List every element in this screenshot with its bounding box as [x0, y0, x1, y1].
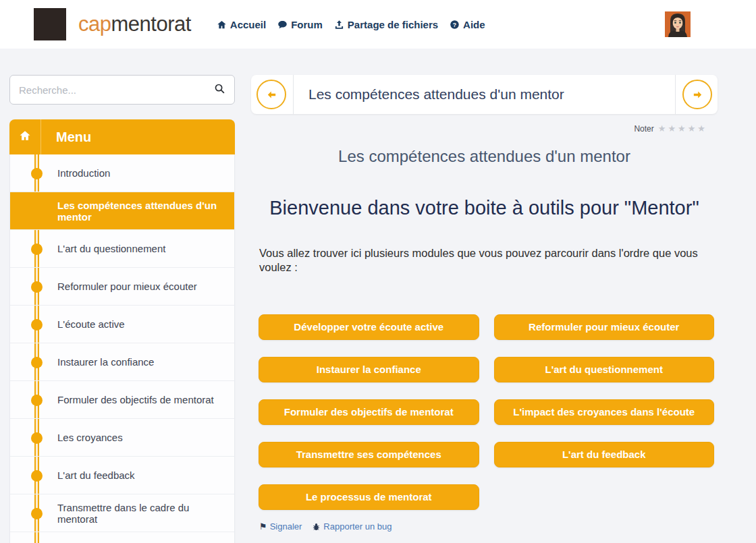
menu-item-label: Introduction	[57, 167, 110, 179]
module-button-instaurer-confiance[interactable]: Instaurer la confiance	[259, 357, 479, 382]
menu-item-art-feedback[interactable]: L'art du feedback	[10, 457, 234, 494]
nav-item-label: Forum	[291, 19, 323, 30]
search-box[interactable]	[9, 75, 235, 105]
logo-square-icon	[34, 8, 66, 40]
next-lesson-button[interactable]	[682, 80, 712, 109]
menu-item-formuler-objectifs[interactable]: Formuler des objectifs de mentorat	[10, 381, 234, 419]
menu-item-partial[interactable]	[10, 532, 234, 543]
menu-item-reformuler[interactable]: Reformuler pour mieux écouter	[10, 268, 234, 306]
main-content: Les compétences attendues d'un mentor No…	[251, 75, 718, 543]
nav-item-label: Aide	[463, 19, 485, 30]
home-icon	[217, 20, 227, 30]
question-circle-icon: ?	[450, 20, 460, 30]
star-icon[interactable]: ★	[688, 123, 696, 134]
home-icon	[19, 130, 31, 144]
menu-item-label: Les compétences attendues d'un mentor	[57, 200, 227, 223]
nav-item-accueil[interactable]: Accueil	[217, 19, 266, 30]
menu-item-croyances[interactable]: Les croyances	[10, 419, 234, 457]
page-body: Menu Introduction Les compétences attend…	[0, 49, 756, 543]
top-navigation: Accueil Forum Partage de fichiers ? Aide	[217, 19, 485, 30]
report-link-label: Signaler	[270, 521, 302, 532]
user-avatar[interactable]	[665, 11, 691, 37]
menu-item-art-questionnement[interactable]: L'art du questionnement	[10, 230, 234, 268]
menu-item-label: L'art du feedback	[57, 469, 135, 481]
logo-text: capmentorat	[78, 12, 191, 36]
nav-item-partage[interactable]: Partage de fichiers	[334, 19, 438, 30]
module-button-processus-mentorat[interactable]: Le processus de mentorat	[259, 484, 479, 510]
module-button-reformuler[interactable]: Reformuler pour mieux écouter	[494, 314, 715, 340]
logo-text-mentorat: mentorat	[111, 12, 190, 36]
upload-icon	[334, 20, 344, 30]
bullet-icon	[31, 432, 43, 444]
svg-text:?: ?	[453, 21, 456, 28]
bullet-icon	[31, 470, 43, 482]
menu-item-label: Les croyances	[57, 432, 123, 443]
menu-item-label: L'écoute active	[57, 318, 125, 330]
bullet-icon	[31, 281, 43, 293]
welcome-heading: Bienvenue dans votre boite à outils pour…	[251, 197, 718, 219]
menu-item-introduction[interactable]: Introduction	[10, 154, 234, 192]
menu-item-ecoute-active[interactable]: L'écoute active	[10, 306, 234, 343]
bullet-icon	[31, 319, 43, 331]
report-link[interactable]: ⚑ Signaler	[259, 521, 302, 532]
star-icon[interactable]: ★	[668, 123, 676, 134]
menu-item-label: Instaurer la confiance	[57, 356, 154, 368]
bullet-icon	[31, 395, 43, 406]
logo[interactable]: capmentorat	[34, 8, 191, 40]
menu-items: Introduction Les compétences attendues d…	[9, 154, 235, 543]
bullet-icon	[31, 168, 43, 179]
module-button-impact-croyances[interactable]: L'impact des croyances dans l'écoute	[494, 399, 715, 425]
bullet-icon	[31, 508, 43, 519]
search-icon[interactable]	[214, 83, 225, 97]
lesson-footer: ⚑ Signaler Rapporter un bug	[259, 521, 718, 532]
logo-text-cap: cap	[78, 12, 111, 36]
bug-icon	[312, 522, 321, 531]
menu-item-label: L'art du questionnement	[57, 243, 165, 254]
menu-item-label: Transmettre dans le cadre du mentorat	[57, 502, 227, 525]
intro-text: Vous allez trouver ici plusieurs modules…	[259, 246, 713, 275]
bullet-icon	[31, 244, 43, 255]
comment-icon	[277, 20, 288, 30]
report-bug-link[interactable]: Rapporter un bug	[312, 521, 392, 532]
rating-stars: ★ ★ ★ ★ ★	[658, 123, 705, 134]
menu-item-transmettre-cadre[interactable]: Transmettre dans le cadre du mentorat	[10, 494, 234, 532]
previous-lesson-button[interactable]	[256, 80, 286, 109]
nav-item-label: Partage de fichiers	[348, 19, 438, 30]
lesson-navigation-bar: Les compétences attendues d'un mentor	[251, 75, 718, 114]
menu-home-button[interactable]	[9, 119, 41, 154]
module-button-transmettre-competences[interactable]: Transmettre ses compétences	[259, 442, 479, 467]
menu-header: Menu	[9, 119, 235, 154]
rating-row: Noter ★ ★ ★ ★ ★	[251, 123, 718, 134]
module-button-art-feedback[interactable]: L'art du feedback	[494, 442, 715, 467]
module-button-formuler-objectifs[interactable]: Formuler des objectifs de mentorat	[259, 399, 479, 425]
module-button-developper-ecoute[interactable]: Développer votre écoute active	[259, 314, 479, 340]
app-header: capmentorat Accueil Forum Partage de fic…	[0, 0, 756, 49]
divider	[293, 75, 294, 114]
menu-item-instaurer-confiance[interactable]: Instaurer la confiance	[10, 343, 234, 381]
rating-label: Noter	[634, 124, 653, 134]
nav-item-forum[interactable]: Forum	[277, 19, 323, 30]
menu-item-competences-mentor[interactable]: Les compétences attendues d'un mentor	[10, 192, 234, 230]
sidebar: Menu Introduction Les compétences attend…	[9, 75, 235, 543]
star-icon[interactable]: ★	[678, 123, 686, 134]
search-input[interactable]	[19, 84, 214, 96]
flag-icon: ⚑	[259, 521, 267, 532]
module-button-art-questionnement[interactable]: L'art du questionnement	[494, 357, 715, 382]
course-menu: Menu Introduction Les compétences attend…	[9, 119, 235, 543]
nav-item-aide[interactable]: ? Aide	[450, 19, 485, 30]
nav-item-label: Accueil	[230, 19, 266, 30]
bullet-icon	[31, 357, 43, 368]
page-heading: Les compétences attendues d'un mentor	[251, 147, 718, 166]
divider	[675, 75, 676, 114]
star-icon[interactable]: ★	[697, 123, 705, 134]
report-bug-label: Rapporter un bug	[323, 521, 392, 532]
menu-title: Menu	[56, 130, 91, 145]
lesson-title: Les compétences attendues d'un mentor	[308, 86, 675, 103]
menu-item-label: Formuler des objectifs de mentorat	[57, 394, 214, 405]
star-icon[interactable]: ★	[658, 123, 666, 134]
menu-item-label: Reformuler pour mieux écouter	[57, 281, 197, 292]
module-button-grid: Développer votre écoute active Reformule…	[259, 314, 714, 510]
